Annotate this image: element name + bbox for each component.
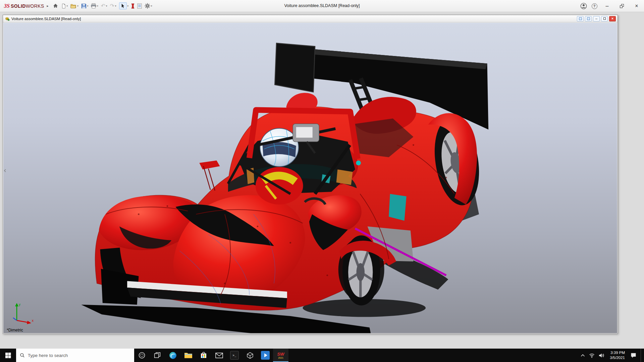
quick-access-toolbar: ▾ ▾ ▾ ▾ ↶ ▾ ↷ ▾ ▾ — [51, 0, 154, 12]
doc-close-button[interactable]: × — [609, 16, 616, 21]
open-caret-icon[interactable]: ▾ — [77, 5, 78, 7]
edge-icon — [169, 351, 177, 360]
save-button[interactable]: ▾ — [80, 1, 90, 11]
app-window-title: Voiture assomblee.SLDASM [Read-only] — [284, 3, 360, 8]
media-app-button[interactable] — [258, 349, 273, 362]
redo-caret-icon[interactable]: ▾ — [115, 5, 116, 7]
select-caret-icon[interactable]: ▾ — [127, 5, 129, 7]
terminal-button[interactable]: >_ — [227, 349, 242, 362]
app-titlebar: 3S SOLID WORKS ▸ ▾ ▾ ▾ ▾ ↶ ▾ ↷ ▾ — [0, 0, 644, 12]
rebuild-button[interactable] — [130, 1, 136, 11]
rebuild-icon — [131, 3, 135, 9]
solidworks-app-icon: SW 2021 — [277, 352, 284, 359]
redo-icon: ↷ — [110, 3, 114, 9]
network-wifi-icon[interactable] — [589, 353, 595, 358]
brand-works: WORKS — [26, 3, 44, 9]
file-properties-icon — [137, 3, 142, 9]
start-button[interactable] — [0, 349, 16, 362]
options-button[interactable]: ▾ — [144, 1, 153, 11]
options-caret-icon[interactable]: ▾ — [151, 5, 152, 7]
account-button[interactable] — [579, 1, 588, 11]
store-icon — [200, 352, 207, 359]
mail-button[interactable] — [211, 349, 227, 362]
solidworks-logo: 3S SOLID WORKS — [0, 3, 46, 9]
store-button[interactable] — [196, 349, 211, 362]
collapse-arrow-icon — [4, 169, 6, 172]
media-app-icon — [261, 351, 270, 360]
doc-pane-button-1[interactable] — [577, 16, 584, 21]
pane-icon — [579, 17, 582, 20]
taskbar-clock[interactable]: 3:39 PM 3/5/2021 — [608, 350, 626, 360]
file-explorer-icon — [184, 352, 193, 359]
undo-caret-icon[interactable]: ▾ — [106, 5, 107, 7]
close-button[interactable]: × — [629, 0, 644, 12]
brand-mark: 3S — [4, 3, 10, 9]
toolbar-flyout-arrow-icon[interactable]: ▸ — [46, 4, 51, 8]
sw-logo-text: SW — [277, 352, 284, 356]
document-title: Voiture assomblee.SLDASM [Read-only] — [11, 17, 81, 21]
open-button[interactable]: ▾ — [69, 1, 79, 11]
redo-button[interactable]: ↷ ▾ — [109, 1, 117, 11]
print-caret-icon[interactable]: ▾ — [97, 5, 98, 7]
user-account-icon — [580, 3, 587, 9]
system-tray: 3:39 PM 3/5/2021 — [577, 349, 644, 362]
help-icon: ? — [592, 3, 597, 9]
cortana-button[interactable] — [134, 349, 150, 362]
panel-collapse-handle[interactable] — [3, 166, 6, 176]
file-properties-button[interactable] — [136, 1, 143, 11]
save-floppy-icon — [81, 3, 87, 9]
brand-solid: SOLID — [11, 3, 26, 9]
select-tool-active-box — [119, 2, 127, 9]
3d-viewer-cube-icon — [247, 352, 254, 359]
doc-pane-button-2[interactable] — [585, 16, 592, 21]
new-document-button[interactable]: ▾ — [60, 1, 69, 11]
clock-date: 3/5/2021 — [610, 355, 625, 360]
triad-y-label: y — [19, 303, 20, 306]
doc-minimize-button[interactable]: – — [593, 16, 600, 21]
restore-button[interactable] — [614, 0, 629, 12]
help-button[interactable]: ? — [590, 1, 599, 11]
taskbar-search-box[interactable] — [16, 349, 134, 362]
document-titlebar[interactable]: Voiture assomblee.SLDASM [Read-only] – × — [3, 15, 618, 22]
volume-icon[interactable] — [599, 353, 604, 358]
home-icon — [53, 3, 58, 9]
show-desktop-button[interactable] — [641, 349, 643, 362]
file-explorer-button[interactable] — [180, 349, 196, 362]
pane-icon — [587, 17, 590, 20]
orientation-triad: y x — [11, 301, 35, 325]
solidworks-taskbar-button[interactable]: SW 2021 — [273, 349, 288, 362]
graphics-viewport[interactable]: y x *Dimetric — [3, 23, 617, 333]
restore-icon — [620, 4, 624, 8]
action-center-icon[interactable] — [630, 352, 637, 358]
edge-button[interactable] — [165, 349, 180, 362]
task-view-icon — [154, 352, 161, 359]
3d-viewer-button[interactable] — [242, 349, 258, 362]
restore-box-icon — [603, 17, 606, 20]
document-window-controls: – × — [577, 16, 616, 21]
hidden-icons-chevron-icon[interactable] — [581, 354, 585, 357]
clock-time: 3:39 PM — [610, 350, 625, 355]
cortana-icon — [138, 352, 146, 359]
print-button[interactable]: ▾ — [90, 1, 99, 11]
new-document-caret-icon[interactable]: ▾ — [67, 5, 68, 7]
assembly-document-icon — [5, 16, 10, 21]
search-icon — [20, 353, 25, 358]
sw-year-text: 2021 — [278, 357, 283, 359]
minimize-button[interactable]: – — [600, 0, 614, 12]
windows-logo-icon — [5, 353, 11, 358]
triad-x-label: x — [32, 319, 34, 322]
mail-icon — [215, 353, 223, 358]
save-caret-icon[interactable]: ▾ — [87, 5, 89, 7]
task-view-button[interactable] — [150, 349, 165, 362]
undo-icon: ↶ — [101, 3, 105, 9]
doc-restore-button[interactable] — [601, 16, 608, 21]
undo-button[interactable]: ↶ ▾ — [100, 1, 108, 11]
car-3d-model[interactable] — [3, 23, 617, 333]
document-window: Voiture assomblee.SLDASM [Read-only] – × — [3, 15, 618, 334]
print-icon — [91, 3, 96, 8]
select-cursor-icon — [120, 3, 125, 8]
caption-buttons: ? – × — [578, 0, 644, 12]
search-input[interactable] — [28, 353, 130, 358]
select-tool-button[interactable]: ▾ — [118, 1, 130, 11]
home-button[interactable] — [52, 1, 59, 11]
